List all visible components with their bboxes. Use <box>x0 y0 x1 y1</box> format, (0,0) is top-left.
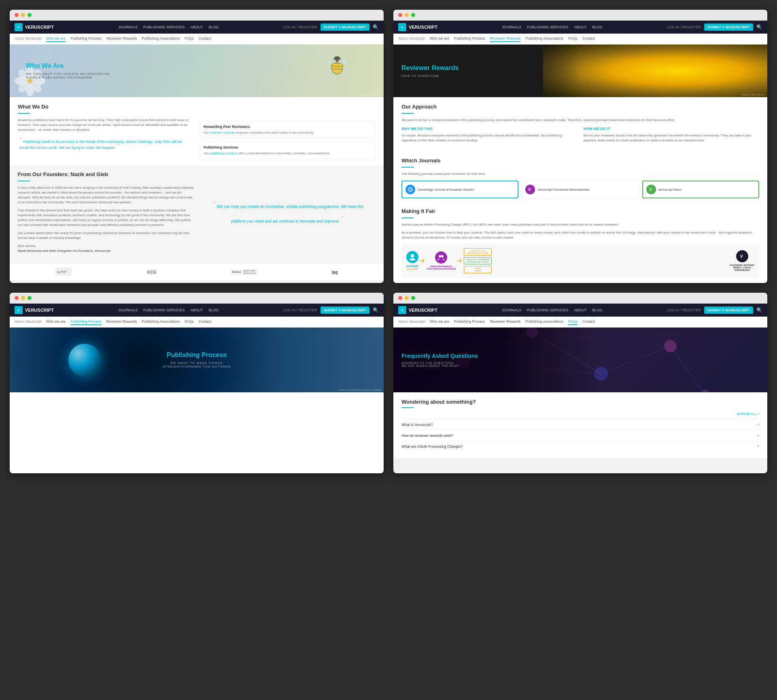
subnav-rewards-3[interactable]: Reviewer Rewards <box>106 319 137 325</box>
partner-ipg: ipg <box>332 270 338 274</box>
logo-4[interactable]: V VERUSCRIPT <box>398 306 437 314</box>
faq-expand-1[interactable]: + <box>757 423 759 427</box>
subnav-rewards-1[interactable]: Reviewer Rewards <box>106 36 137 42</box>
nav-blog-1[interactable]: BLOG <box>208 25 219 29</box>
dot-minimize-4[interactable] <box>405 296 409 300</box>
faq-item-3-row[interactable]: What are Article Processing Charges? + <box>401 445 759 449</box>
search-icon-4[interactable]: 🔍 <box>756 307 762 313</box>
nav-journals-2[interactable]: JOURNALS <box>502 25 521 29</box>
login-link-1[interactable]: LOG IN / REGISTER <box>283 25 317 29</box>
subnav-contact-2[interactable]: Contact <box>582 36 595 42</box>
reviewer-rewards-link[interactable]: reviewer rewards <box>210 131 235 134</box>
subnav-associations-3[interactable]: Publishing Associations <box>142 319 180 325</box>
nav-publishing-1[interactable]: PUBLISHING SERVICES <box>143 25 185 29</box>
journal-card-2: V Veruscript Nano <box>642 181 759 198</box>
subnav-process-1[interactable]: Publishing Process <box>70 36 102 42</box>
login-link-3[interactable]: LOG IN / REGISTER <box>283 308 317 312</box>
card-publishing-services: Publishing Services Our publishing servi… <box>200 142 376 159</box>
subnav-rewards-2[interactable]: Reviewer Rewards <box>490 36 521 42</box>
nav-blog-4[interactable]: BLOG <box>592 308 602 312</box>
subnav-rewards-4[interactable]: Reviewer Rewards <box>490 319 521 325</box>
subnav-process-2[interactable]: Publishing Process <box>454 36 485 42</box>
logo-icon-3: V <box>15 306 23 314</box>
subnav-associations-2[interactable]: Publishing Associations <box>525 36 563 42</box>
logo-text-3: VERUSCRIPT <box>25 308 54 313</box>
subnav-who-4[interactable]: Who we are <box>430 319 449 325</box>
subnav-faqs-2[interactable]: FAQs <box>568 36 577 42</box>
subnav-contact-3[interactable]: Contact <box>199 319 211 325</box>
dot-minimize-3[interactable] <box>21 296 25 300</box>
faq-expand-3[interactable]: + <box>757 445 759 449</box>
partner-2: KCG <box>147 270 156 274</box>
nav-publishing-3[interactable]: PUBLISHING SERVICES <box>143 308 185 312</box>
dot-close-2[interactable] <box>398 13 402 17</box>
faq-item-3: What are Article Processing Charges? + <box>401 441 759 452</box>
what-we-do-quote: " Publishing needs to be put back in the… <box>18 136 193 154</box>
subnav-associations-4[interactable]: Publishing Associations <box>525 319 563 325</box>
submit-btn-3[interactable]: SUBMIT A MANUSCRIPT <box>321 306 369 314</box>
login-link-2[interactable]: LOG IN / REGISTER <box>667 25 701 29</box>
nav-about-2[interactable]: ABOUT <box>574 25 586 29</box>
subnav-contact-1[interactable]: Contact <box>199 36 211 42</box>
why-title: WHY WE DO THIS <box>401 127 577 131</box>
dot-maximize-1[interactable] <box>28 13 32 17</box>
subnav-faqs-4[interactable]: FAQs <box>568 319 577 325</box>
faq-q-1: What is Veruscript? <box>401 423 433 427</box>
logo-2[interactable]: V VERUSCRIPT <box>398 23 437 31</box>
subnav-4: About Veruscript Who we are Publishing P… <box>393 317 767 328</box>
faq-item-1-row[interactable]: What is Veruscript? + <box>401 423 759 427</box>
dot-maximize-2[interactable] <box>411 13 415 17</box>
dot-minimize-2[interactable] <box>405 13 409 17</box>
dot-close-1[interactable] <box>15 13 19 17</box>
subnav-process-4[interactable]: Publishing Process <box>454 319 485 325</box>
nav-blog-3[interactable]: BLOG <box>208 308 219 312</box>
submit-btn-4[interactable]: SUBMIT A MANUSCRIPT <box>704 306 753 314</box>
faq-content: Wondering about something? EXPAND ALL + … <box>393 392 767 458</box>
divider-1 <box>18 113 30 114</box>
subnav-associations-1[interactable]: Publishing Associations <box>142 36 180 42</box>
dot-close-3[interactable] <box>15 296 19 300</box>
browser-chrome-3 <box>10 293 384 304</box>
submit-btn-2[interactable]: SUBMIT A MANUSCRIPT <box>704 23 753 31</box>
svg-text:V: V <box>649 187 652 192</box>
dot-minimize-1[interactable] <box>21 13 25 17</box>
nav-journals-4[interactable]: JOURNALS <box>502 308 521 312</box>
hero-publishing-process: Publishing Process WE WANT TO MAKE THING… <box>10 328 384 392</box>
publishing-services-link[interactable]: publishing services <box>210 151 238 155</box>
search-icon-3[interactable]: 🔍 <box>373 307 379 313</box>
subnav-contact-4[interactable]: Contact <box>582 319 595 325</box>
nav-blog-2[interactable]: BLOG <box>592 25 602 29</box>
making-fair-section: Making It Fair Authors pay an Article Pr… <box>393 203 767 283</box>
nav-publishing-2[interactable]: PUBLISHING SERVICES <box>527 25 568 29</box>
login-link-4[interactable]: LOG IN / REGISTER <box>667 308 701 312</box>
subnav-who-2[interactable]: Who we are <box>430 36 449 42</box>
subnav-prefix-2: About Veruscript <box>398 36 425 42</box>
subnav-faqs-3[interactable]: FAQs <box>185 319 194 325</box>
nav-publishing-4[interactable]: PUBLISHING SERVICES <box>527 308 568 312</box>
why-body: It's simple. Because everyone involved i… <box>401 133 577 143</box>
nav-about-1[interactable]: ABOUT <box>190 25 203 29</box>
subnav-faqs-1[interactable]: FAQs <box>185 36 194 42</box>
faq-item-2-row[interactable]: How do reviewer rewards work? + <box>401 434 759 438</box>
submit-btn-1[interactable]: SUBMIT A MANUSCRIPT <box>321 23 369 31</box>
search-icon-2[interactable]: 🔍 <box>756 24 762 30</box>
subnav-who-1[interactable]: Who we are <box>46 36 66 42</box>
nav-journals-3[interactable]: JOURNALS <box>118 308 138 312</box>
subnav-who-3[interactable]: Who we are <box>46 319 66 325</box>
nav-main-3: JOURNALS PUBLISHING SERVICES ABOUT BLOG <box>118 308 219 312</box>
nav-journals-1[interactable]: JOURNALS <box>118 25 138 29</box>
dot-close-4[interactable] <box>398 296 402 300</box>
dot-maximize-3[interactable] <box>28 296 32 300</box>
expand-all-btn[interactable]: EXPAND ALL + <box>401 412 759 416</box>
search-icon-1[interactable]: 🔍 <box>373 24 379 30</box>
browser-chrome-2 <box>393 10 767 21</box>
logo-3[interactable]: V VERUSCRIPT <box>15 306 54 314</box>
logo-1[interactable]: V VERUSCRIPT <box>15 23 54 31</box>
nav-about-4[interactable]: ABOUT <box>574 308 586 312</box>
subnav-process-3[interactable]: Publishing Process <box>70 319 102 325</box>
nav-about-3[interactable]: ABOUT <box>190 308 203 312</box>
dot-maximize-4[interactable] <box>411 296 415 300</box>
hero-title-4: Frequently Asked Questions <box>401 353 478 359</box>
nav-right-2: LOG IN / REGISTER SUBMIT A MANUSCRIPT 🔍 <box>667 23 762 31</box>
faq-expand-2[interactable]: + <box>757 434 759 438</box>
